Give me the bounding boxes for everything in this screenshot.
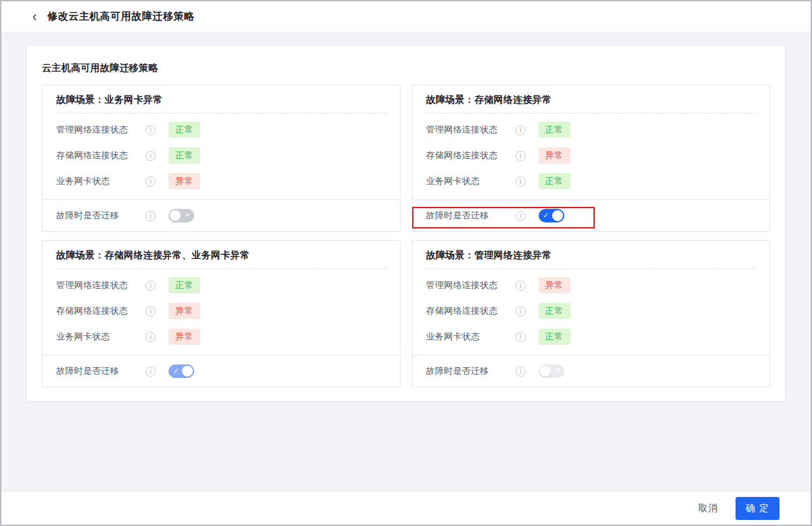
card-body: 管理网络连接状态 i 正常 存储网络连接状态 i 正常 业务网卡状态 i — [43, 114, 400, 199]
cross-icon: ✕ — [185, 212, 190, 218]
status-row: 业务网卡状态 i 异常 — [56, 324, 386, 350]
card-scenario-title: 故障场景：管理网络连接异常 — [413, 241, 770, 268]
card-body: 管理网络连接状态 i 异常 存储网络连接状态 i 正常 业务网卡状态 i — [413, 269, 770, 355]
migrate-label: 故障时是否迁移 — [426, 365, 516, 377]
status-label: 存储网络连接状态 — [56, 149, 145, 162]
status-label: 业务网卡状态 — [56, 175, 145, 187]
status-row: 存储网络连接状态 i 异常 — [426, 143, 757, 168]
check-icon: ✓ — [543, 212, 549, 219]
migrate-toggle[interactable]: ✓ ✕ — [168, 364, 194, 378]
status-row: 存储网络连接状态 i 异常 — [56, 298, 386, 324]
info-icon[interactable]: i — [516, 211, 526, 221]
info-icon[interactable]: i — [516, 281, 526, 291]
status-badge: 正常 — [168, 277, 200, 293]
card-body: 管理网络连接状态 i 正常 存储网络连接状态 i 异常 业务网卡状态 i — [413, 114, 770, 199]
status-row: 存储网络连接状态 i 正常 — [56, 143, 386, 168]
status-label: 管理网络连接状态 — [426, 124, 516, 136]
footer-action-bar: 取消 确 定 — [1, 491, 811, 525]
status-label: 管理网络连接状态 — [426, 279, 516, 291]
info-icon[interactable]: i — [145, 332, 156, 342]
page-title: 修改云主机高可用故障迁移策略 — [47, 10, 194, 23]
status-row: 管理网络连接状态 i 异常 — [426, 272, 757, 298]
page-header: ‹ 修改云主机高可用故障迁移策略 — [1, 1, 811, 32]
toggle-knob — [182, 366, 193, 377]
status-badge: 异常 — [168, 329, 200, 345]
status-label: 管理网络连接状态 — [56, 279, 145, 291]
status-row: 存储网络连接状态 i 正常 — [426, 298, 757, 324]
status-label: 存储网络连接状态 — [426, 305, 516, 317]
toggle-knob — [170, 210, 181, 221]
status-badge: 正常 — [539, 329, 570, 345]
status-badge: 异常 — [539, 147, 570, 164]
fault-scenario-card-storage-network: 故障场景：存储网络连接异常 管理网络连接状态 i 正常 存储网络连接状态 i 异… — [412, 85, 771, 232]
fault-scenario-card-business-nic: 故障场景：业务网卡异常 管理网络连接状态 i 正常 存储网络连接状态 i 正常 — [42, 85, 401, 232]
card-scenario-title: 故障场景：存储网络连接异常、业务网卡异常 — [43, 241, 400, 268]
status-row: 管理网络连接状态 i 正常 — [426, 117, 757, 143]
status-label: 管理网络连接状态 — [56, 124, 145, 136]
info-icon[interactable]: i — [145, 366, 156, 377]
check-icon: ✓ — [173, 368, 179, 375]
toggle-knob — [552, 210, 563, 221]
migrate-row: 故障时是否迁移 i ✓ ✕ — [43, 355, 400, 387]
status-badge: 正常 — [168, 122, 200, 138]
cross-icon: ✕ — [555, 368, 560, 374]
info-icon[interactable]: i — [516, 332, 526, 342]
migrate-label: 故障时是否迁移 — [56, 365, 145, 377]
info-icon[interactable]: i — [145, 211, 156, 221]
status-label: 业务网卡状态 — [426, 175, 516, 187]
info-icon[interactable]: i — [516, 125, 526, 135]
panel-title: 云主机高可用故障迁移策略 — [42, 62, 770, 74]
migrate-row: 故障时是否迁移 i ✓ ✕ — [43, 199, 400, 231]
info-icon[interactable]: i — [516, 151, 526, 161]
status-badge: 异常 — [168, 173, 200, 189]
migrate-row: 故障时是否迁移 i ✓ ✕ — [413, 355, 770, 387]
info-icon[interactable]: i — [145, 151, 156, 161]
status-row: 管理网络连接状态 i 正常 — [56, 117, 386, 143]
migrate-toggle[interactable]: ✓ ✕ — [168, 209, 194, 222]
info-icon[interactable]: i — [145, 125, 156, 135]
status-badge: 正常 — [168, 147, 200, 164]
status-row: 业务网卡状态 i 异常 — [56, 168, 386, 194]
card-body: 管理网络连接状态 i 正常 存储网络连接状态 i 异常 业务网卡状态 i — [43, 269, 400, 355]
info-icon[interactable]: i — [145, 281, 156, 291]
status-label: 存储网络连接状态 — [56, 305, 145, 317]
scenario-grid: 故障场景：业务网卡异常 管理网络连接状态 i 正常 存储网络连接状态 i 正常 — [42, 85, 770, 387]
confirm-button[interactable]: 确 定 — [736, 497, 780, 520]
status-badge: 正常 — [539, 122, 570, 138]
fault-scenario-card-management-network: 故障场景：管理网络连接异常 管理网络连接状态 i 异常 存储网络连接状态 i 正… — [412, 240, 771, 387]
status-row: 管理网络连接状态 i 正常 — [56, 272, 386, 298]
migrate-toggle[interactable]: ✓ ✕ — [539, 209, 564, 222]
status-badge: 异常 — [539, 277, 570, 293]
status-label: 存储网络连接状态 — [426, 149, 516, 162]
status-label: 业务网卡状态 — [426, 331, 516, 343]
migrate-label: 故障时是否迁移 — [56, 210, 145, 222]
info-icon[interactable]: i — [516, 366, 526, 377]
cancel-button[interactable]: 取消 — [698, 502, 718, 515]
info-icon[interactable]: i — [145, 176, 156, 187]
migrate-label: 故障时是否迁移 — [426, 210, 516, 222]
card-scenario-title: 故障场景：业务网卡异常 — [43, 85, 400, 113]
main-content: 云主机高可用故障迁移策略 故障场景：业务网卡异常 管理网络连接状态 i 正常 存… — [1, 32, 811, 491]
fault-scenario-card-storage-and-nic: 故障场景：存储网络连接异常、业务网卡异常 管理网络连接状态 i 正常 存储网络连… — [42, 240, 401, 387]
info-icon[interactable]: i — [516, 176, 526, 187]
status-badge: 异常 — [168, 303, 200, 319]
back-icon[interactable]: ‹ — [32, 9, 37, 24]
app-window: ‹ 修改云主机高可用故障迁移策略 云主机高可用故障迁移策略 故障场景：业务网卡异… — [0, 0, 812, 526]
policy-panel: 云主机高可用故障迁移策略 故障场景：业务网卡异常 管理网络连接状态 i 正常 存… — [27, 46, 785, 401]
status-badge: 正常 — [539, 173, 570, 189]
status-row: 业务网卡状态 i 正常 — [426, 324, 757, 350]
toggle-knob — [540, 366, 551, 377]
info-icon[interactable]: i — [145, 306, 156, 316]
status-badge: 正常 — [539, 303, 570, 319]
status-row: 业务网卡状态 i 正常 — [426, 168, 757, 194]
migrate-row: 故障时是否迁移 i ✓ ✕ — [413, 199, 770, 231]
status-label: 业务网卡状态 — [56, 331, 145, 343]
migrate-toggle[interactable]: ✓ ✕ — [539, 364, 564, 378]
info-icon[interactable]: i — [516, 306, 526, 316]
card-scenario-title: 故障场景：存储网络连接异常 — [413, 85, 770, 113]
